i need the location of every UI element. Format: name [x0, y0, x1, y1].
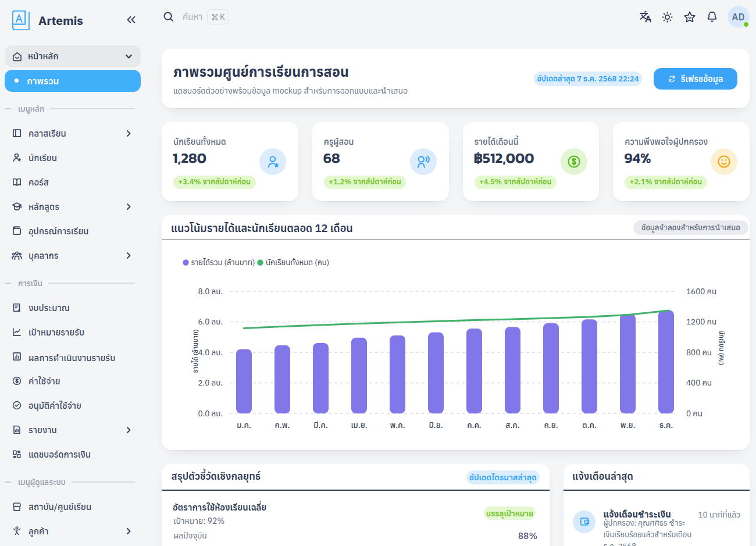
svg-text:800 คน: 800 คน: [686, 347, 712, 358]
svg-text:รายได้ (ล้านบาท): รายได้ (ล้านบาท): [191, 329, 199, 373]
svg-text:0.0 ลบ.: 0.0 ลบ.: [198, 408, 223, 419]
svg-text:ธ.ค.: ธ.ค.: [659, 420, 673, 430]
svg-text:ส.ค.: ส.ค.: [505, 420, 519, 430]
svg-text:นักเรียน (คน): นักเรียน (คน): [718, 330, 726, 365]
svg-text:1600 คน: 1600 คน: [686, 286, 716, 297]
svg-text:ก.พ.: ก.พ.: [275, 420, 290, 430]
svg-text:เม.ย.: เม.ย.: [351, 420, 367, 430]
svg-text:รายได้รวม (ล้านบาท): รายได้รวม (ล้านบาท): [191, 257, 255, 267]
svg-text:ก.ค.: ก.ค.: [467, 420, 481, 430]
svg-text:ม.ค.: ม.ค.: [237, 420, 251, 430]
svg-text:4.0 ลบ.: 4.0 ลบ.: [198, 347, 223, 358]
svg-text:ต.ค.: ต.ค.: [582, 420, 596, 430]
svg-text:มี.ค.: มี.ค.: [313, 420, 327, 430]
svg-text:1200 คน: 1200 คน: [686, 316, 716, 327]
svg-text:400 คน: 400 คน: [686, 377, 712, 388]
svg-text:0 คน: 0 คน: [686, 408, 702, 419]
svg-text:พ.ย.: พ.ย.: [621, 420, 636, 430]
svg-text:พ.ค.: พ.ค.: [390, 420, 405, 430]
svg-text:8.0 ลบ.: 8.0 ลบ.: [198, 286, 223, 297]
svg-text:นักเรียนทั้งหมด (คน): นักเรียนทั้งหมด (คน): [266, 257, 329, 267]
svg-text:มิ.ย.: มิ.ย.: [429, 420, 443, 430]
svg-text:6.0 ลบ.: 6.0 ลบ.: [198, 316, 223, 327]
svg-text:ก.ย.: ก.ย.: [544, 420, 558, 430]
svg-text:2.0 ลบ.: 2.0 ลบ.: [198, 377, 223, 388]
